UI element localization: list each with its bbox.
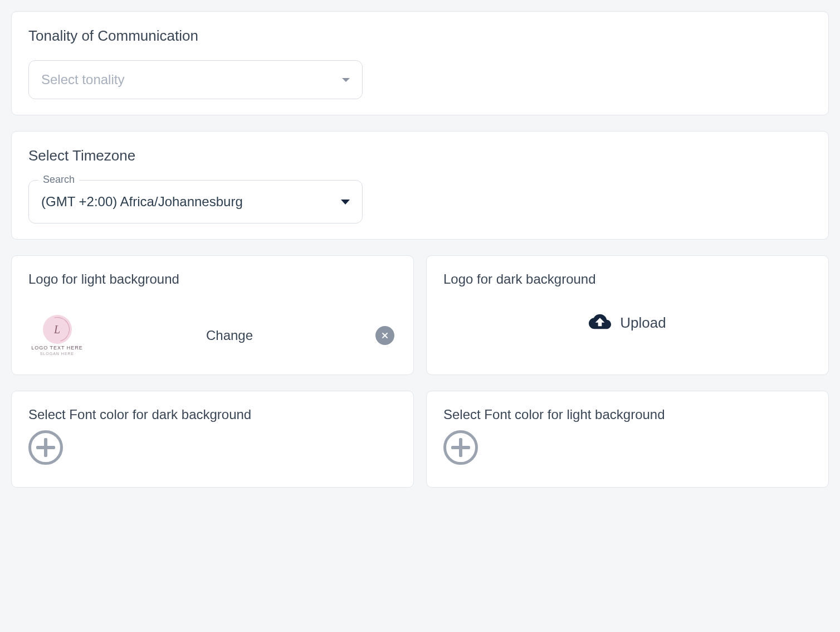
add-font-color-light-button[interactable] xyxy=(443,430,478,465)
add-font-color-dark-button[interactable] xyxy=(28,430,63,465)
timezone-search-label: Search xyxy=(38,174,79,186)
logo-dark-title: Logo for dark background xyxy=(443,271,812,287)
plus-icon xyxy=(451,438,470,457)
logo-row: Logo for light background L LOGO TEXT HE… xyxy=(11,255,829,375)
tonality-title: Tonality of Communication xyxy=(28,27,812,45)
timezone-select[interactable]: (GMT +2:00) Africa/Johannesburg xyxy=(28,180,363,223)
logo-light-card: Logo for light background L LOGO TEXT HE… xyxy=(11,255,414,375)
chevron-down-icon xyxy=(341,200,350,205)
timezone-card: Select Timezone Search (GMT +2:00) Afric… xyxy=(11,131,829,240)
upload-button[interactable]: Upload xyxy=(443,310,812,344)
cloud-upload-icon xyxy=(589,310,611,335)
upload-label: Upload xyxy=(620,314,666,332)
remove-logo-button[interactable] xyxy=(375,326,394,345)
plus-icon xyxy=(36,438,55,457)
logo-text-main: LOGO TEXT HERE xyxy=(31,345,83,351)
logo-light-body: L LOGO TEXT HERE SLOGAN HERE Change xyxy=(28,315,397,356)
font-color-row: Select Font color for dark background Se… xyxy=(11,391,829,488)
font-dark-card: Select Font color for dark background xyxy=(11,391,414,488)
timezone-title: Select Timezone xyxy=(28,147,812,164)
change-button[interactable]: Change xyxy=(206,328,253,343)
timezone-field-wrap: Search (GMT +2:00) Africa/Johannesburg xyxy=(28,180,363,223)
logo-light-title: Logo for light background xyxy=(28,271,397,287)
tonality-select[interactable]: Select tonality xyxy=(28,60,363,99)
font-dark-title: Select Font color for dark background xyxy=(28,407,397,422)
logo-mark-icon: L xyxy=(43,315,72,344)
font-light-title: Select Font color for light background xyxy=(443,407,812,422)
logo-text-sub: SLOGAN HERE xyxy=(40,352,75,356)
timezone-value: (GMT +2:00) Africa/Johannesburg xyxy=(41,194,341,210)
chevron-down-icon xyxy=(342,78,350,82)
font-light-card: Select Font color for light background xyxy=(426,391,829,488)
tonality-card: Tonality of Communication Select tonalit… xyxy=(11,11,829,115)
close-icon xyxy=(380,331,389,340)
logo-dark-card: Logo for dark background Upload xyxy=(426,255,829,375)
logo-light-preview: L LOGO TEXT HERE SLOGAN HERE xyxy=(31,315,84,356)
tonality-placeholder: Select tonality xyxy=(41,72,342,87)
